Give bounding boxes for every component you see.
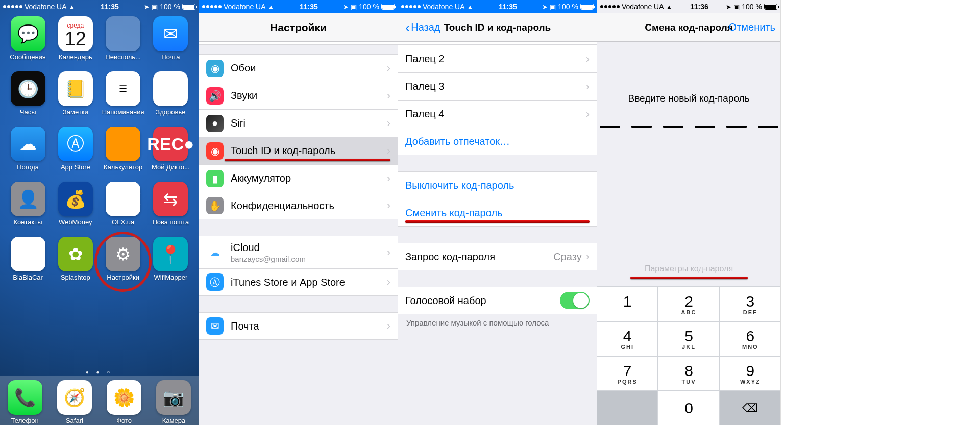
key-5[interactable]: 5JKL [658,322,719,356]
recorder-icon: REC● [153,127,188,161]
cell-battery[interactable]: ▮ Аккумулятор › [199,164,398,192]
app-health[interactable]: ❤Здоровье [147,71,194,127]
key-0[interactable]: 0 [658,391,719,425]
cell-change-passcode[interactable]: Сменить код-пароль [398,199,597,227]
mail-icon: ✉ [153,16,188,51]
cell-turnoff-passcode[interactable]: Выключить код-пароль [398,171,597,199]
chevron-left-icon: ‹ [405,19,410,36]
app-recorder[interactable]: REC●Мой Дикто... [147,127,194,182]
key-2[interactable]: 2ABC [658,287,719,321]
app-weather[interactable]: ☁Погода [5,127,52,182]
wifi-icon: ▲ [69,3,76,11]
wifi-icon: ▲ [467,3,474,11]
privacy-icon: ✋ [206,197,224,214]
cell-mail[interactable]: ✉ Почта › [199,312,398,340]
key-backspace[interactable]: ⌫ [720,391,780,425]
wifi-icon: ▲ [268,3,275,11]
key-3[interactable]: 3DEF [720,287,780,321]
camera-icon: 📷 [156,380,191,415]
app-contacts[interactable]: 👤Контакты [5,182,52,237]
key-6[interactable]: 6MNO [720,322,780,356]
app-settings[interactable]: ⚙ Настройки [100,237,146,292]
location-icon: ➤ [144,3,150,11]
calendar-icon: среда12 [58,16,93,51]
app-notes[interactable]: 📒Заметки [52,71,99,127]
app-wifimapper[interactable]: 📍WifiMapper [147,237,194,292]
touchid-list[interactable]: Палец 2 › Палец 3 › Палец 4 › Добавить о… [398,42,597,425]
app-reminders[interactable]: ☰Напоминания [100,71,146,127]
status-bar: Vodafone UA ▲ 11:35 ➤ ▣ 100 % [0,0,199,13]
cell-add-fingerprint[interactable]: Добавить отпечаток… [398,128,597,155]
health-icon: ❤ [153,71,188,106]
carrier-label: Vodafone UA [423,3,465,11]
appstore-icon: Ⓐ [58,127,93,161]
cell-siri[interactable]: ● Siri › [199,109,398,137]
key-4[interactable]: 4GHI [597,322,657,356]
blablacar-icon: BlaBla [11,237,45,271]
chevron-right-icon: › [387,319,390,333]
signal-icon [401,5,421,8]
app-messages[interactable]: 💬Сообщения [5,16,52,71]
icloud-icon: ☁ [206,244,224,261]
dock-safari[interactable]: 🧭Safari [51,380,98,424]
folder-icon [106,16,140,51]
key-7[interactable]: 7PQRS [597,357,657,390]
app-calendar[interactable]: среда12Календарь [52,16,99,71]
dock-camera[interactable]: 📷Камера [150,380,197,424]
settings-list[interactable]: ◉ Обои › 🔊 Звуки › ● Siri › ◉ Touch ID и… [199,42,398,425]
sounds-icon: 🔊 [206,87,224,105]
app-olx[interactable]: OLXOLX.ua [100,182,146,237]
key-blank [597,391,657,425]
dock-photos[interactable]: 🌼Фото [101,380,148,424]
app-webmoney[interactable]: 💰WebMoney [52,182,99,237]
cell-wallp23er[interactable]: ◉ Обои › [199,54,398,82]
chevron-right-icon: › [387,172,390,185]
chevron-right-icon: › [586,80,590,93]
app-clock[interactable]: 🕒Часы [5,71,52,127]
clock-label: 11:35 [473,3,542,11]
location-icon: ➤ [726,3,731,11]
cell-icloud[interactable]: ☁ iCloud banzaycs@gmail.com › [199,236,398,268]
settings-icon: ⚙ [106,237,140,271]
pane-passcode: Vodafone UA ▲ 11:36 ➤ ▣ 100 % Смена код-… [597,0,781,425]
wifi-icon: ▲ [666,3,673,11]
highlight-underline [405,220,590,223]
app-splashtop[interactable]: ✿Splashtop [52,237,99,292]
cell-privacy[interactable]: ✋ Конфиденциальность › [199,192,398,219]
cancel-button[interactable]: Отменить [729,13,775,41]
cell-itunes[interactable]: Ⓐ iTunes Store и App Store › [199,268,398,296]
battery-pct: 100 % [359,3,379,11]
passcode-area: Введите новый код-пароль Параметры код-п… [597,42,780,286]
key-9[interactable]: 9WXYZ [720,357,780,390]
battery-pct: 100 % [742,3,762,11]
fingerprint-icon: ◉ [206,142,224,160]
app-calculator[interactable]: Калькулятор [100,127,146,182]
battery-settings-icon: ▮ [206,170,224,187]
app-novaposhta[interactable]: ⇆Нова пошта [147,182,194,237]
cell-finger-2[interactable]: Палец 2 › [398,45,597,72]
key-8[interactable]: 8TUV [658,357,719,390]
cell-touchid[interactable]: ◉ Touch ID и код-пароль › [199,137,398,164]
cell-voice-dial[interactable]: Голосовой набор [398,287,597,314]
app-unused-folder[interactable]: Неисполь... [100,16,146,71]
battery-icon [764,4,777,10]
key-1[interactable]: 1 [597,287,657,321]
app-appstore[interactable]: ⒶApp Store [52,127,99,182]
cell-finger-4[interactable]: Палец 4 › [398,100,597,128]
battery-icon [580,4,594,10]
splashtop-icon: ✿ [58,237,93,271]
reminders-icon: ☰ [106,71,140,106]
cell-require-passcode[interactable]: Запрос код-пароля Сразу › [398,243,597,270]
novaposhta-icon: ⇆ [153,182,188,216]
passcode-dashes [600,126,778,128]
back-button[interactable]: ‹ Назад [401,13,445,41]
app-blablacar[interactable]: BlaBlaBlaBlaCar [5,237,52,292]
dock-phone[interactable]: 📞Телефон [2,380,48,424]
voice-toggle[interactable] [560,292,590,309]
passcode-options-link[interactable]: Параметры код-пароля [597,264,780,279]
app-mail[interactable]: ✉Почта [147,16,194,71]
wifimapper-icon: 📍 [153,237,188,271]
cell-sounds[interactable]: 🔊 Звуки › [199,82,398,109]
cell-finger-3[interactable]: Палец 3 › [398,72,597,100]
clock-icon: 🕒 [11,71,45,106]
